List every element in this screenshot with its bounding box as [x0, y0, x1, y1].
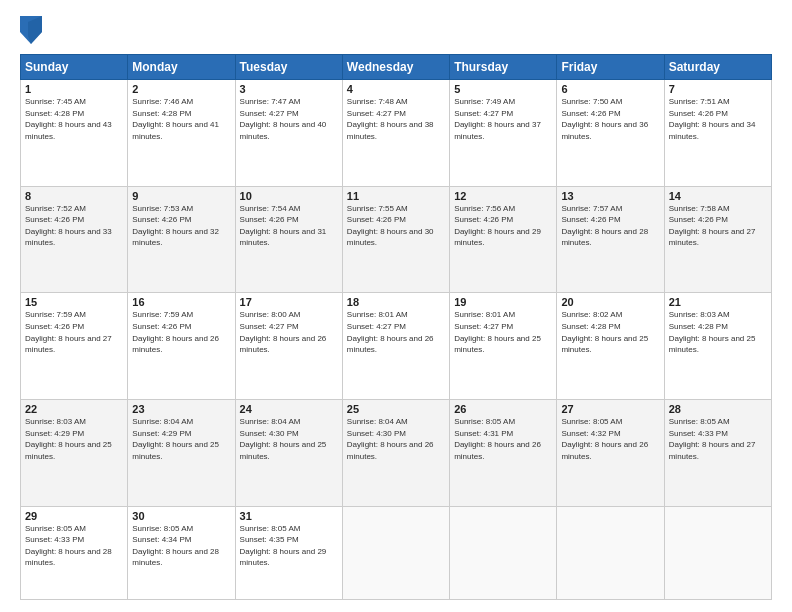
day-info: Sunrise: 7:53 AMSunset: 4:26 PMDaylight:…: [132, 203, 230, 249]
day-number: 29: [25, 510, 123, 522]
day-info: Sunrise: 7:49 AMSunset: 4:27 PMDaylight:…: [454, 96, 552, 142]
calendar-week-5: 29Sunrise: 8:05 AMSunset: 4:33 PMDayligh…: [21, 506, 772, 599]
day-number: 23: [132, 403, 230, 415]
calendar-cell: 25Sunrise: 8:04 AMSunset: 4:30 PMDayligh…: [342, 399, 449, 506]
calendar-week-2: 8Sunrise: 7:52 AMSunset: 4:26 PMDaylight…: [21, 186, 772, 293]
day-info: Sunrise: 8:03 AMSunset: 4:28 PMDaylight:…: [669, 309, 767, 355]
day-number: 17: [240, 296, 338, 308]
day-info: Sunrise: 8:04 AMSunset: 4:30 PMDaylight:…: [347, 416, 445, 462]
page: SundayMondayTuesdayWednesdayThursdayFrid…: [0, 0, 792, 612]
day-info: Sunrise: 7:54 AMSunset: 4:26 PMDaylight:…: [240, 203, 338, 249]
calendar-cell: 3Sunrise: 7:47 AMSunset: 4:27 PMDaylight…: [235, 80, 342, 187]
day-number: 11: [347, 190, 445, 202]
calendar-cell: 20Sunrise: 8:02 AMSunset: 4:28 PMDayligh…: [557, 293, 664, 400]
day-number: 25: [347, 403, 445, 415]
day-number: 5: [454, 83, 552, 95]
calendar-week-3: 15Sunrise: 7:59 AMSunset: 4:26 PMDayligh…: [21, 293, 772, 400]
calendar-cell: 31Sunrise: 8:05 AMSunset: 4:35 PMDayligh…: [235, 506, 342, 599]
day-info: Sunrise: 7:57 AMSunset: 4:26 PMDaylight:…: [561, 203, 659, 249]
calendar-cell: 2Sunrise: 7:46 AMSunset: 4:28 PMDaylight…: [128, 80, 235, 187]
calendar-table: SundayMondayTuesdayWednesdayThursdayFrid…: [20, 54, 772, 600]
day-number: 26: [454, 403, 552, 415]
calendar-cell: 19Sunrise: 8:01 AMSunset: 4:27 PMDayligh…: [450, 293, 557, 400]
day-number: 31: [240, 510, 338, 522]
day-number: 2: [132, 83, 230, 95]
weekday-header-saturday: Saturday: [664, 55, 771, 80]
day-info: Sunrise: 8:05 AMSunset: 4:32 PMDaylight:…: [561, 416, 659, 462]
calendar-cell: 13Sunrise: 7:57 AMSunset: 4:26 PMDayligh…: [557, 186, 664, 293]
day-info: Sunrise: 7:58 AMSunset: 4:26 PMDaylight:…: [669, 203, 767, 249]
day-info: Sunrise: 7:50 AMSunset: 4:26 PMDaylight:…: [561, 96, 659, 142]
calendar-cell: [557, 506, 664, 599]
calendar-cell: 29Sunrise: 8:05 AMSunset: 4:33 PMDayligh…: [21, 506, 128, 599]
day-number: 19: [454, 296, 552, 308]
calendar-cell: 8Sunrise: 7:52 AMSunset: 4:26 PMDaylight…: [21, 186, 128, 293]
day-number: 3: [240, 83, 338, 95]
day-info: Sunrise: 7:59 AMSunset: 4:26 PMDaylight:…: [132, 309, 230, 355]
calendar-cell: 16Sunrise: 7:59 AMSunset: 4:26 PMDayligh…: [128, 293, 235, 400]
weekday-header-sunday: Sunday: [21, 55, 128, 80]
calendar-cell: 12Sunrise: 7:56 AMSunset: 4:26 PMDayligh…: [450, 186, 557, 293]
day-number: 4: [347, 83, 445, 95]
day-info: Sunrise: 8:01 AMSunset: 4:27 PMDaylight:…: [454, 309, 552, 355]
calendar-cell: 4Sunrise: 7:48 AMSunset: 4:27 PMDaylight…: [342, 80, 449, 187]
day-number: 15: [25, 296, 123, 308]
calendar-cell: 17Sunrise: 8:00 AMSunset: 4:27 PMDayligh…: [235, 293, 342, 400]
day-number: 14: [669, 190, 767, 202]
calendar-cell: 26Sunrise: 8:05 AMSunset: 4:31 PMDayligh…: [450, 399, 557, 506]
day-number: 30: [132, 510, 230, 522]
day-info: Sunrise: 8:02 AMSunset: 4:28 PMDaylight:…: [561, 309, 659, 355]
day-info: Sunrise: 7:59 AMSunset: 4:26 PMDaylight:…: [25, 309, 123, 355]
day-number: 7: [669, 83, 767, 95]
header: [20, 16, 772, 44]
day-info: Sunrise: 8:01 AMSunset: 4:27 PMDaylight:…: [347, 309, 445, 355]
day-info: Sunrise: 8:05 AMSunset: 4:33 PMDaylight:…: [25, 523, 123, 569]
logo: [20, 16, 46, 44]
calendar-cell: 18Sunrise: 8:01 AMSunset: 4:27 PMDayligh…: [342, 293, 449, 400]
weekday-header-tuesday: Tuesday: [235, 55, 342, 80]
day-info: Sunrise: 8:04 AMSunset: 4:29 PMDaylight:…: [132, 416, 230, 462]
day-info: Sunrise: 7:51 AMSunset: 4:26 PMDaylight:…: [669, 96, 767, 142]
calendar-cell: 7Sunrise: 7:51 AMSunset: 4:26 PMDaylight…: [664, 80, 771, 187]
calendar-cell: 21Sunrise: 8:03 AMSunset: 4:28 PMDayligh…: [664, 293, 771, 400]
day-info: Sunrise: 7:45 AMSunset: 4:28 PMDaylight:…: [25, 96, 123, 142]
weekday-header-thursday: Thursday: [450, 55, 557, 80]
day-number: 10: [240, 190, 338, 202]
calendar-week-4: 22Sunrise: 8:03 AMSunset: 4:29 PMDayligh…: [21, 399, 772, 506]
calendar-cell: 10Sunrise: 7:54 AMSunset: 4:26 PMDayligh…: [235, 186, 342, 293]
day-info: Sunrise: 8:05 AMSunset: 4:31 PMDaylight:…: [454, 416, 552, 462]
day-number: 18: [347, 296, 445, 308]
day-number: 6: [561, 83, 659, 95]
day-number: 1: [25, 83, 123, 95]
day-number: 16: [132, 296, 230, 308]
day-number: 12: [454, 190, 552, 202]
day-info: Sunrise: 8:00 AMSunset: 4:27 PMDaylight:…: [240, 309, 338, 355]
day-number: 20: [561, 296, 659, 308]
calendar-cell: [342, 506, 449, 599]
day-info: Sunrise: 8:04 AMSunset: 4:30 PMDaylight:…: [240, 416, 338, 462]
day-number: 22: [25, 403, 123, 415]
day-info: Sunrise: 7:47 AMSunset: 4:27 PMDaylight:…: [240, 96, 338, 142]
calendar-cell: 24Sunrise: 8:04 AMSunset: 4:30 PMDayligh…: [235, 399, 342, 506]
day-info: Sunrise: 8:05 AMSunset: 4:35 PMDaylight:…: [240, 523, 338, 569]
weekday-header-row: SundayMondayTuesdayWednesdayThursdayFrid…: [21, 55, 772, 80]
weekday-header-friday: Friday: [557, 55, 664, 80]
day-number: 13: [561, 190, 659, 202]
day-info: Sunrise: 7:56 AMSunset: 4:26 PMDaylight:…: [454, 203, 552, 249]
weekday-header-wednesday: Wednesday: [342, 55, 449, 80]
day-info: Sunrise: 8:05 AMSunset: 4:33 PMDaylight:…: [669, 416, 767, 462]
calendar-cell: 27Sunrise: 8:05 AMSunset: 4:32 PMDayligh…: [557, 399, 664, 506]
calendar-cell: 1Sunrise: 7:45 AMSunset: 4:28 PMDaylight…: [21, 80, 128, 187]
calendar-cell: 15Sunrise: 7:59 AMSunset: 4:26 PMDayligh…: [21, 293, 128, 400]
calendar-week-1: 1Sunrise: 7:45 AMSunset: 4:28 PMDaylight…: [21, 80, 772, 187]
calendar-cell: [664, 506, 771, 599]
calendar-cell: 11Sunrise: 7:55 AMSunset: 4:26 PMDayligh…: [342, 186, 449, 293]
day-number: 21: [669, 296, 767, 308]
day-info: Sunrise: 7:46 AMSunset: 4:28 PMDaylight:…: [132, 96, 230, 142]
day-info: Sunrise: 8:05 AMSunset: 4:34 PMDaylight:…: [132, 523, 230, 569]
day-info: Sunrise: 7:55 AMSunset: 4:26 PMDaylight:…: [347, 203, 445, 249]
calendar-cell: 30Sunrise: 8:05 AMSunset: 4:34 PMDayligh…: [128, 506, 235, 599]
day-number: 8: [25, 190, 123, 202]
calendar-cell: 9Sunrise: 7:53 AMSunset: 4:26 PMDaylight…: [128, 186, 235, 293]
day-info: Sunrise: 7:52 AMSunset: 4:26 PMDaylight:…: [25, 203, 123, 249]
